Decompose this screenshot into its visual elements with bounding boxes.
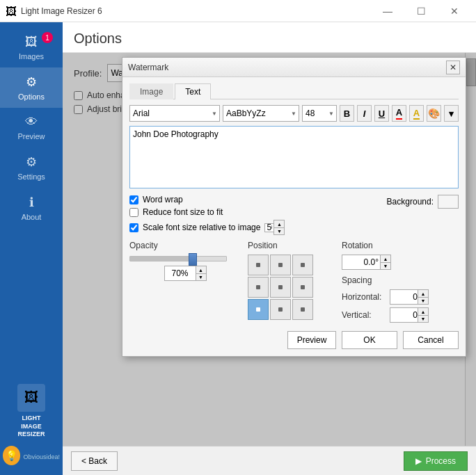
minimize-button[interactable]: — [372, 0, 404, 22]
pos-cell-3[interactable] [248, 277, 269, 298]
sidebar-item-preview[interactable]: 👁 Preview [0, 108, 63, 147]
process-icon: ▶ [415, 456, 422, 466]
h-up-button[interactable]: ▲ [418, 289, 429, 297]
scale-value-spinner[interactable]: ▲ ▼ [264, 220, 285, 235]
font-family-wrapper[interactable]: Arial [129, 105, 220, 122]
font-color-yellow-button[interactable]: A [409, 105, 424, 122]
rotation-down-button[interactable]: ▼ [380, 262, 391, 270]
title-bar: 🖼 Light Image Resizer 6 — ☐ ✕ [0, 0, 476, 22]
horizontal-spacing-label: Horizontal: [342, 292, 387, 302]
brand-icon: 💡 [3, 446, 20, 465]
background-swatch[interactable] [438, 195, 459, 209]
images-badge: 1 [42, 32, 53, 43]
sidebar-bottom: 🖼 LIGHT IMAGE RESIZER 💡 Obviousidea! [0, 377, 63, 475]
brand-label: Obviousidea! [23, 453, 60, 460]
opacity-slider-thumb[interactable] [189, 253, 197, 266]
opacity-up-button[interactable]: ▲ [196, 266, 207, 273]
tab-text[interactable]: Text [175, 83, 211, 99]
pos-cell-7[interactable] [270, 299, 291, 320]
sidebar-item-options[interactable]: ⚙ Options [0, 67, 63, 108]
pos-cell-1[interactable] [270, 255, 291, 275]
dialog-tabs: Image Text [129, 83, 459, 99]
pos-cell-6[interactable] [248, 299, 269, 320]
h-down-button[interactable]: ▼ [418, 297, 429, 305]
rotation-input[interactable] [342, 255, 380, 270]
scale-down-button[interactable]: ▼ [273, 227, 285, 235]
watermark-text-input[interactable]: John Doe Photography [129, 126, 459, 188]
background-row: Background: [387, 195, 459, 209]
v-down-button[interactable]: ▼ [418, 315, 429, 323]
bottom-bar: < Back ▶ Process [63, 446, 476, 475]
underline-button[interactable]: U [374, 105, 389, 122]
sidebar-item-about[interactable]: ℹ About [0, 188, 63, 228]
italic-button[interactable]: I [357, 105, 372, 122]
paint-bucket-button[interactable]: 🎨 [427, 105, 441, 122]
pos-cell-5[interactable] [292, 277, 313, 298]
scale-up-button[interactable]: ▲ [273, 220, 285, 227]
opacity-spinner[interactable]: ▲ ▼ [164, 266, 207, 281]
font-size-select[interactable]: 48 [302, 105, 337, 122]
font-family-select[interactable]: Arial [129, 105, 220, 122]
scale-font-checkbox[interactable] [129, 223, 138, 232]
reduce-font-checkbox[interactable] [129, 208, 138, 217]
opacity-slider-track[interactable] [129, 256, 227, 261]
word-wrap-label: Word wrap [143, 195, 183, 204]
font-color-a-button[interactable]: A [392, 105, 406, 122]
horizontal-spinner[interactable]: ▲ ▼ [390, 289, 429, 305]
app-icon: 🖼 [6, 6, 17, 17]
dialog-preview-button[interactable]: Preview [287, 331, 336, 349]
color-dropdown-button[interactable]: ▾ [444, 105, 459, 122]
scale-value-input[interactable] [264, 223, 273, 232]
v-up-button[interactable]: ▲ [418, 307, 429, 315]
close-button[interactable]: ✕ [438, 0, 470, 22]
dialog-close-button[interactable]: ✕ [446, 61, 460, 74]
page-title: Options [63, 22, 476, 53]
process-button[interactable]: ▶ Process [404, 451, 468, 471]
wm-three-columns: Opacity ▲ [129, 241, 459, 325]
pos-cell-2[interactable] [292, 255, 313, 275]
sidebar-item-images[interactable]: 🖼 Images 1 [0, 28, 63, 67]
pos-cell-4[interactable] [270, 277, 291, 298]
vertical-spinner[interactable]: ▲ ▼ [390, 307, 429, 323]
rotation-up-button[interactable]: ▲ [380, 255, 391, 262]
app-layout: 🖼 Images 1 ⚙ Options 👁 Preview ⚙ Setting… [0, 22, 476, 475]
word-wrap-checkbox[interactable] [129, 195, 138, 204]
maximize-button[interactable]: ☐ [405, 0, 437, 22]
bold-button[interactable]: B [340, 105, 354, 122]
main-content: Options Profile: Watermark 💾 🖫 ✕ ··· [63, 22, 476, 475]
sidebar-item-label-settings: Settings [17, 172, 45, 181]
rotation-label: Rotation [342, 241, 459, 250]
vertical-input[interactable] [390, 307, 418, 323]
rotation-spacing-column: Rotation ▲ ▼ [342, 241, 459, 325]
reduce-font-row: Reduce font size to fit [129, 207, 459, 217]
sidebar-item-label-about: About [22, 213, 42, 221]
horizontal-input[interactable] [390, 289, 418, 305]
pos-cell-8[interactable] [292, 299, 313, 320]
position-grid [248, 255, 335, 320]
dialog-cancel-button[interactable]: Cancel [403, 331, 459, 349]
horizontal-spin-buttons: ▲ ▼ [418, 289, 429, 305]
dialog-body: Image Text Arial [122, 77, 466, 356]
back-button[interactable]: < Back [71, 451, 118, 471]
font-preview-input[interactable] [223, 105, 299, 122]
opacity-down-button[interactable]: ▼ [196, 273, 207, 281]
settings-icon: ⚙ [26, 154, 37, 170]
opacity-input[interactable] [164, 266, 196, 281]
window-controls: — ☐ ✕ [372, 0, 470, 22]
sidebar-item-label-options: Options [18, 92, 45, 101]
font-size-wrapper[interactable]: 48 [302, 105, 337, 122]
font-color-a-label: A [396, 107, 402, 120]
scale-font-row: Scale font size relative to image ▲ ▼ [129, 220, 459, 235]
dialog-ok-button[interactable]: OK [342, 331, 397, 349]
vertical-spin-buttons: ▲ ▼ [418, 307, 429, 323]
options-icon: ⚙ [26, 74, 37, 90]
tab-image[interactable]: Image [129, 83, 173, 99]
opacity-value-row: ▲ ▼ [129, 266, 241, 281]
dialog-footer: Preview OK Cancel [129, 325, 459, 349]
rotation-spinner[interactable]: ▲ ▼ [342, 255, 391, 270]
opacity-spin-buttons: ▲ ▼ [196, 266, 207, 281]
scale-spin-buttons: ▲ ▼ [273, 220, 285, 235]
pos-cell-0[interactable] [248, 255, 269, 275]
sidebar-item-settings[interactable]: ⚙ Settings [0, 147, 63, 188]
rotation-row: ▲ ▼ [342, 255, 459, 270]
